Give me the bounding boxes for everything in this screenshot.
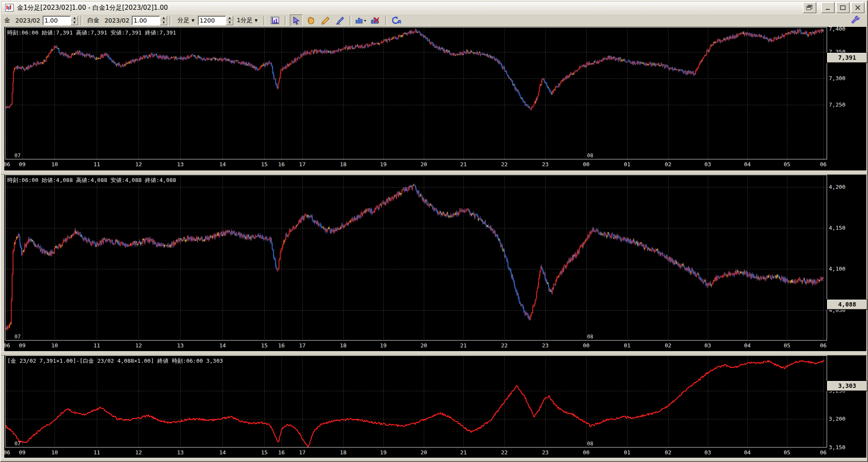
x-axis-label: 18 [340,449,347,456]
x-axis-label: 00 [583,342,590,349]
x-axis-label: 06 [820,342,827,349]
x-axis-label: 06 [3,449,10,456]
x-axis-label: 12 [135,449,142,456]
x-axis-label: 02 [665,342,671,349]
spread-last-price-box: 3,303 [827,381,867,391]
toolbar-separator [81,16,82,25]
interval-dropdown[interactable]: 1分足▼ [235,16,259,25]
pencil-tool-icon[interactable] [319,14,332,26]
barcount-up-icon[interactable]: ▲ [226,16,233,20]
gold-month-label: 2023/02 [15,17,40,24]
cascade-button[interactable] [803,2,816,13]
x-axis-label: 10 [51,449,58,456]
x-axis-label: 10 [51,342,58,349]
x-axis-label: 17 [299,161,306,167]
x-axis-label: 13 [177,161,184,167]
barcount-input[interactable] [198,16,226,25]
x-axis-label: 11 [93,342,100,349]
x-axis-label: 22 [501,342,508,349]
x-axis-label: 00 [583,449,590,456]
toolbar-separator [285,16,286,25]
toolbar: 金 2023/02 ▲▼ 白金 2023/02 ▲▼ 分足▼ ▲▼ 1分足▼ [2,14,866,27]
platinum-last-price-box: 4,088 [827,300,867,309]
bottom-strip [1,458,868,462]
x-axis-label: 21 [460,449,467,456]
spread-chart-canvas[interactable] [5,355,827,448]
panel-separator[interactable] [1,170,868,175]
y-axis-label: 3,150 [829,444,845,450]
platinum-month-label: 2023/02 [104,17,129,24]
platinum-ratio-down-icon[interactable]: ▼ [160,20,167,25]
x-axis-label: 05 [784,161,790,167]
platinum-ratio-up-icon[interactable]: ▲ [160,16,167,20]
cr-reset-icon[interactable]: R [391,14,403,26]
x-axis-label: 01 [624,449,631,456]
x-axis-label: 19 [380,449,387,456]
x-axis-label: 09 [19,161,26,167]
x-axis-label: 00 [583,161,590,167]
title-bar[interactable]: 金1分足[2023/02]1.00 - 白金1分足[2023/02]1.00 [2,2,866,14]
toolbar-separator [385,16,387,25]
chevron-down-icon: ▼ [255,18,258,23]
x-axis-label: 01 [624,342,631,349]
y-axis-label: 3,200 [829,416,845,422]
x-axis-label: 03 [704,342,711,349]
gold-ratio-spinner[interactable]: ▲▼ [43,16,78,25]
bar-delete-icon[interactable] [369,14,382,26]
app-candlestick-icon [5,4,14,12]
x-axis-label: 04 [744,449,751,456]
x-axis-label: 05 [784,449,790,456]
barcount-spinner[interactable]: ▲▼ [198,16,233,25]
x-axis-label: 22 [501,161,508,167]
date-marker: 08 [587,441,593,447]
x-axis-label: 13 [177,342,184,349]
x-axis-label: 13 [177,449,184,456]
date-marker: 07 [14,441,20,447]
x-axis-label: 20 [420,342,427,349]
close-button[interactable] [851,2,865,13]
platinum-ratio-input[interactable] [132,16,160,25]
x-axis-label: 14 [219,161,226,167]
gold-ratio-input[interactable] [43,16,71,25]
x-axis-label: 16 [278,449,285,456]
bar-style-icon[interactable] [355,14,367,26]
x-axis-label: 02 [665,449,671,456]
x-axis-label: 11 [93,161,100,167]
gold-chart-canvas[interactable] [5,27,827,159]
x-axis-label: 23 [542,449,549,456]
date-marker: 07 [14,153,20,159]
bartype-dropdown[interactable]: 分足▼ [176,16,196,25]
x-axis-label: 15 [261,449,268,456]
gold-ratio-up-icon[interactable]: ▲ [71,16,78,20]
gold-label: 金 [4,17,10,24]
gold-ratio-down-icon[interactable]: ▼ [71,20,78,25]
platinum-ratio-spinner[interactable]: ▲▼ [132,16,167,25]
x-axis-label: 23 [542,161,549,167]
x-axis-label: 18 [340,161,347,167]
x-axis-label: 21 [460,161,467,167]
y-axis-label: 7,250 [829,101,845,108]
panel-separator[interactable] [1,351,868,355]
x-axis-label: 22 [501,449,508,456]
platinum-chart-canvas[interactable] [5,175,827,341]
barcount-down-icon[interactable]: ▼ [226,20,233,25]
x-axis-label: 17 [299,449,306,456]
y-axis-label: 4,100 [829,266,845,272]
chart-setup-icon[interactable] [269,14,281,26]
x-axis-label: 05 [784,342,790,349]
x-axis-label: 20 [420,449,427,456]
pen-tool-icon[interactable] [333,14,346,26]
minimize-button[interactable] [821,2,835,13]
cursor-tool-icon[interactable] [290,14,303,26]
platinum-info-line: 時刻:06:00 始値:4,088 高値:4,088 安値:4,088 終値:4… [7,176,176,184]
hand-tool-icon[interactable] [304,14,317,26]
x-axis-label: 02 [665,161,671,167]
x-axis-label: 12 [135,161,142,167]
date-marker: 08 [587,153,593,159]
x-axis-label: 01 [624,161,631,167]
maximize-button[interactable] [836,2,850,13]
wrench-icon[interactable] [849,14,862,26]
x-axis-label: 06 [820,449,827,456]
x-axis-label: 10 [51,161,58,167]
x-axis-label: 06 [3,161,10,167]
